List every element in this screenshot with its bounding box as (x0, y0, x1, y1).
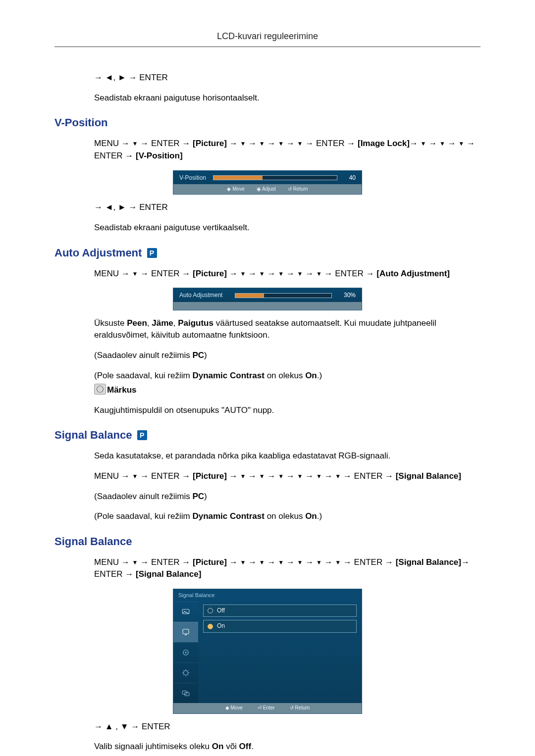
svg-rect-2 (185, 635, 187, 636)
arrow-right-icon: → (140, 269, 149, 278)
triangle-down-icon: ▼ (259, 559, 265, 566)
heading-text: Auto Adjustment (54, 247, 142, 259)
osd-slider-fill (235, 294, 264, 298)
arrow-right-icon: → (324, 557, 333, 567)
osd-hint-enter: ⏎ Enter (258, 705, 275, 712)
vpos-nav-line2: → ◄, ► → ENTER (94, 202, 481, 214)
arrow-right-icon: → (121, 269, 130, 278)
setup-tab-icon[interactable] (173, 662, 198, 683)
signal-balance-label: Signal Balance (398, 471, 458, 481)
triangle-down-icon: ▼ (132, 270, 138, 277)
picture-tab-icon[interactable] (173, 602, 198, 622)
triangle-down-icon: ▼ (278, 473, 284, 480)
osd-slider-track[interactable] (213, 175, 337, 180)
triangle-down-icon: ▼ (297, 140, 303, 147)
note-text: Kaugjuhtimispuldil on otsenupuks "AUTO" … (94, 404, 481, 417)
note-label: Märkus (107, 385, 137, 395)
osd-auto-adjustment: Auto Adjustment 30% (173, 288, 362, 310)
arrow-right-icon: → (267, 269, 275, 278)
text: ) (204, 492, 207, 501)
radio-icon (208, 624, 213, 629)
arrow-right-icon: → (248, 139, 257, 148)
heading-v-position: V-Position (54, 115, 481, 131)
menu-label: MENU (94, 471, 119, 481)
triangle-down-icon: ▼ (278, 559, 284, 566)
osd-statusbar-empty (173, 302, 362, 310)
arrow-right-icon: → (229, 139, 238, 148)
option-on-label: On (217, 622, 225, 630)
arrow-right-icon: → (140, 471, 149, 481)
text: on olekus (265, 511, 305, 521)
bold-on: On (305, 511, 317, 521)
sound-tab-icon[interactable] (173, 642, 198, 662)
svg-point-5 (184, 671, 188, 675)
arrow-right-icon: → (121, 471, 130, 481)
sbd-desc: Valib signaali juhtimiseks oleku On või … (94, 741, 481, 753)
osd-v-position: V-Position 40 ◆ Move ◉ Adjust ↺ Return (173, 170, 362, 195)
triangle-down-icon: ▼ (240, 140, 246, 147)
triangle-down-icon: ▼ (297, 270, 303, 277)
auto-para1: Üksuste Peen, Jäme, Paigutus väärtused s… (94, 317, 481, 342)
multi-tab-icon[interactable] (173, 683, 198, 703)
text: . (251, 742, 254, 751)
osd-label: Auto Adjustment (179, 291, 228, 300)
vposition-label: V-Position (139, 151, 180, 160)
arrow-right-icon: → (410, 139, 418, 148)
page-title: LCD-kuvari reguleerimine (54, 30, 481, 47)
arrow-right-icon: → (461, 557, 470, 567)
bracket-text: [Signal Balance] (396, 471, 461, 481)
osd-statusbar: ◆ Move ◉ Adjust ↺ Return (173, 184, 362, 195)
arrow-right-icon: → (182, 139, 190, 148)
bold-on: On (212, 742, 224, 751)
bracket-text: [Signal Balance] (396, 557, 461, 567)
return-label: Return (293, 186, 308, 192)
osd-statusbar: ◆ Move ⏎ Enter ↺ Return (173, 703, 362, 713)
triangle-down-icon: ▼ (259, 473, 265, 480)
arrow-right-icon: → (286, 139, 295, 148)
osd-panel-title: Signal Balance (173, 589, 362, 602)
arrow-right-icon: → (286, 269, 295, 278)
triangle-down-icon: ▼ (297, 473, 303, 480)
triangle-down-icon: ▼ (278, 270, 284, 277)
heading-signal-balance-detail: Signal Balance (54, 534, 481, 550)
osd-slider-track[interactable] (235, 293, 332, 298)
text: (Pole saadaval, kui režiim (94, 511, 192, 521)
triangle-down-icon: ▼ (240, 559, 246, 566)
auto-para2: (Saadaolev ainult režiimis PC) (94, 350, 481, 362)
hpos-nav-line: → ◄, ► → ENTER (94, 72, 481, 84)
menu-label: MENU (94, 269, 119, 278)
arrow-right-icon: → (182, 269, 190, 278)
triangle-down-icon: ▼ (240, 270, 246, 277)
arrow-right-icon: → (248, 269, 257, 278)
arrow-right-icon: → (324, 471, 333, 481)
triangle-down-icon: ▼ (421, 140, 427, 147)
bold-pc: PC (192, 492, 204, 501)
text: , (147, 318, 152, 328)
radio-icon (208, 608, 213, 613)
option-off[interactable]: Off (203, 605, 357, 617)
arrow-right-icon: → (121, 557, 130, 567)
option-on[interactable]: On (203, 620, 357, 632)
bracket-text: [Picture] (193, 557, 227, 567)
osd-hint-return: ↺ Return (290, 705, 310, 712)
triangle-down-icon: ▼ (259, 140, 265, 147)
enter-label: ENTER (151, 269, 180, 278)
arrow-right-icon: → (366, 269, 374, 278)
picture-label: Picture (196, 557, 224, 567)
note-row: Märkus (94, 384, 481, 397)
triangle-down-icon: ▼ (259, 270, 265, 277)
bracket-text: [Signal Balance] (136, 569, 201, 579)
sb-nav-line: MENU → ▼ → ENTER → [Picture] → ▼ → ▼ → ▼… (94, 470, 481, 483)
text: või (223, 742, 239, 751)
image-lock-label: Image Lock (361, 139, 407, 148)
bold-off: Off (239, 742, 252, 751)
signal-balance-label: Signal Balance (398, 557, 458, 567)
enter-label: ENTER (151, 471, 180, 481)
screen-tab-icon[interactable] (173, 622, 198, 642)
text: .) (317, 511, 322, 521)
auto-nav-line: MENU → ▼ → ENTER → [Picture] → ▼ → ▼ → ▼… (94, 268, 481, 280)
triangle-down-icon: ▼ (335, 559, 341, 566)
bracket-text: [Auto Adjustment] (376, 269, 450, 278)
triangle-down-icon: ▼ (458, 140, 464, 147)
move-label: Move (232, 186, 244, 192)
